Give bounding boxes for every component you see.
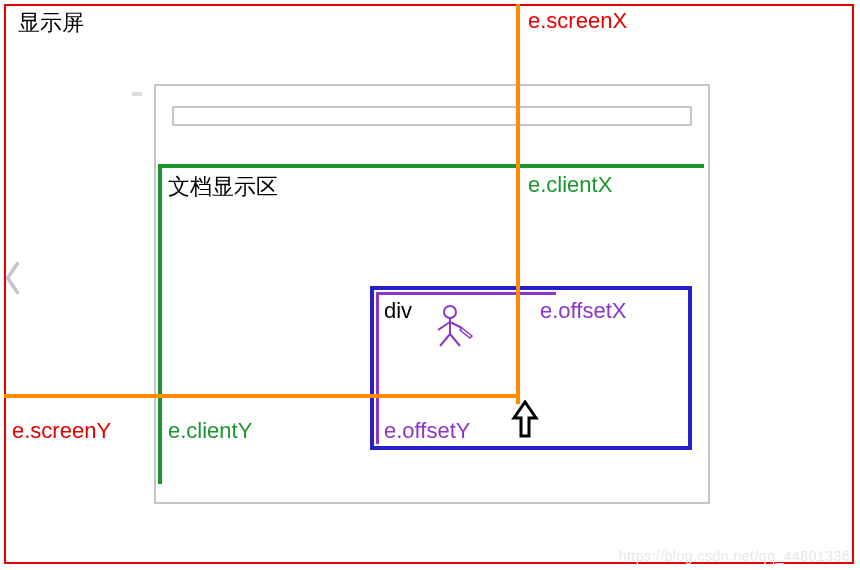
label-offsety: e.offsetY [384, 418, 470, 444]
screen-label: 显示屏 [18, 8, 84, 38]
watermark: https://blog.csdn.net/qq_44801336 [619, 548, 850, 564]
svg-line-3 [450, 322, 462, 328]
svg-line-5 [450, 334, 460, 346]
user-icon [430, 302, 480, 352]
decorative-mark [132, 92, 142, 96]
label-offsetx: e.offsetX [540, 298, 626, 324]
back-chevron-icon [4, 258, 22, 307]
label-screeny: e.screenY [12, 418, 111, 444]
cursor-horizontal-line [4, 394, 516, 398]
cursor-vertical-line [516, 4, 520, 404]
label-clientx: e.clientX [528, 172, 612, 198]
label-clienty: e.clientY [168, 418, 252, 444]
client-label: 文档显示区 [168, 172, 278, 202]
url-bar [172, 106, 692, 126]
label-screenx: e.screenX [528, 8, 627, 34]
svg-line-2 [438, 322, 450, 330]
svg-line-4 [440, 334, 450, 346]
div-label: div [384, 298, 412, 324]
svg-point-0 [444, 306, 456, 318]
